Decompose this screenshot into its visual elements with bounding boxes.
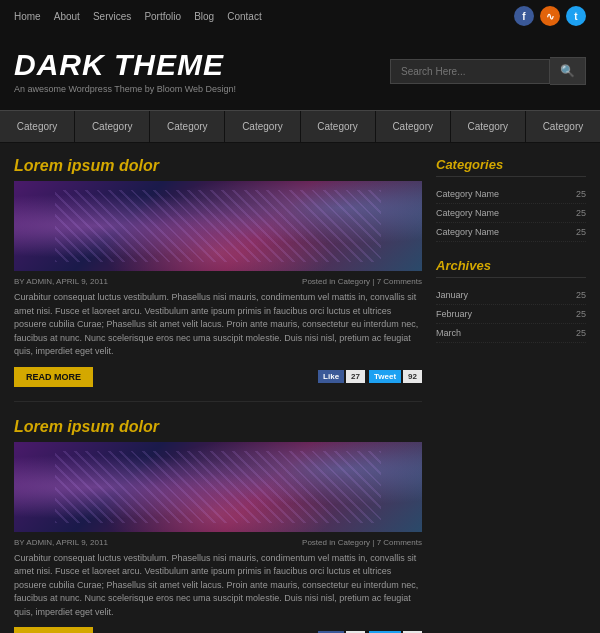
post-2-meta-right: Posted in Category | 7 Comments bbox=[302, 538, 422, 547]
sidebar: Categories Category Name 25 Category Nam… bbox=[436, 157, 586, 633]
archive-item-2: February 25 bbox=[436, 305, 586, 324]
cat-item-8[interactable]: Category bbox=[526, 111, 600, 142]
site-header: DARK THEME An awesome Wordpress Theme by… bbox=[0, 32, 600, 110]
cat-item-4[interactable]: Category bbox=[225, 111, 300, 142]
post-1-tweet-count: 92 bbox=[403, 370, 422, 383]
post-2-image bbox=[14, 442, 422, 532]
post-1-footer: READ MORE Like 27 Tweet 92 bbox=[14, 367, 422, 387]
category-item-3: Category Name 25 bbox=[436, 223, 586, 242]
post-2: Lorem ipsum dolor BY ADMIN, APRIL 9, 201… bbox=[14, 418, 422, 634]
post-1-social: Like 27 Tweet 92 bbox=[318, 370, 422, 383]
nav-about[interactable]: About bbox=[54, 11, 80, 22]
category-count-2: 25 bbox=[576, 208, 586, 218]
logo-area: DARK THEME An awesome Wordpress Theme by… bbox=[14, 48, 236, 94]
cat-item-7[interactable]: Category bbox=[451, 111, 526, 142]
post-2-excerpt: Curabitur consequat luctus vestibulum. P… bbox=[14, 552, 422, 620]
post-1-excerpt: Curabitur consequat luctus vestibulum. P… bbox=[14, 291, 422, 359]
site-title: DARK THEME bbox=[14, 48, 236, 82]
rss-icon[interactable]: ∿ bbox=[540, 6, 560, 26]
post-1-like-count: 27 bbox=[346, 370, 365, 383]
archives-title: Archives bbox=[436, 258, 586, 278]
post-1-title: Lorem ipsum dolor bbox=[14, 157, 422, 175]
nav-links: Home About Services Portfolio Blog Conta… bbox=[14, 10, 272, 22]
post-1-meta: BY ADMIN, APRIL 9, 2011 Posted in Catego… bbox=[14, 277, 422, 286]
post-2-read-more[interactable]: READ MORE bbox=[14, 627, 93, 633]
category-item-2: Category Name 25 bbox=[436, 204, 586, 223]
archive-count-1: 25 bbox=[576, 290, 586, 300]
tweet-label: Tweet bbox=[369, 370, 401, 383]
post-1-meta-right: Posted in Category | 7 Comments bbox=[302, 277, 422, 286]
main-content: Lorem ipsum dolor BY ADMIN, APRIL 9, 201… bbox=[0, 143, 600, 633]
archive-count-2: 25 bbox=[576, 309, 586, 319]
post-2-meta-left: BY ADMIN, APRIL 9, 2011 bbox=[14, 538, 108, 547]
category-navigation: Category Category Category Category Cate… bbox=[0, 110, 600, 143]
like-label: Like bbox=[318, 370, 344, 383]
cat-item-1[interactable]: Category bbox=[0, 111, 75, 142]
archive-item-3: March 25 bbox=[436, 324, 586, 343]
nav-home[interactable]: Home bbox=[14, 11, 41, 22]
nav-services[interactable]: Services bbox=[93, 11, 131, 22]
category-count-3: 25 bbox=[576, 227, 586, 237]
search-input[interactable] bbox=[390, 59, 550, 84]
top-navigation: Home About Services Portfolio Blog Conta… bbox=[0, 0, 600, 32]
post-2-title: Lorem ipsum dolor bbox=[14, 418, 422, 436]
cat-item-6[interactable]: Category bbox=[376, 111, 451, 142]
post-1-meta-left: BY ADMIN, APRIL 9, 2011 bbox=[14, 277, 108, 286]
search-area: 🔍 bbox=[390, 57, 586, 85]
archive-name-2: February bbox=[436, 309, 472, 319]
category-item-1: Category Name 25 bbox=[436, 185, 586, 204]
category-name-3: Category Name bbox=[436, 227, 499, 237]
posts-list: Lorem ipsum dolor BY ADMIN, APRIL 9, 201… bbox=[14, 157, 422, 633]
nav-contact[interactable]: Contact bbox=[227, 11, 261, 22]
post-1-like[interactable]: Like 27 bbox=[318, 370, 365, 383]
archive-item-1: January 25 bbox=[436, 286, 586, 305]
post-1-image bbox=[14, 181, 422, 271]
archive-name-1: January bbox=[436, 290, 468, 300]
nav-portfolio[interactable]: Portfolio bbox=[144, 11, 181, 22]
categories-title: Categories bbox=[436, 157, 586, 177]
category-name-2: Category Name bbox=[436, 208, 499, 218]
category-count-1: 25 bbox=[576, 189, 586, 199]
post-1-tweet[interactable]: Tweet 92 bbox=[369, 370, 422, 383]
post-1-read-more[interactable]: READ MORE bbox=[14, 367, 93, 387]
category-name-1: Category Name bbox=[436, 189, 499, 199]
cat-item-3[interactable]: Category bbox=[150, 111, 225, 142]
twitter-icon[interactable]: t bbox=[566, 6, 586, 26]
archive-name-3: March bbox=[436, 328, 461, 338]
post-2-meta: BY ADMIN, APRIL 9, 2011 Posted in Catego… bbox=[14, 538, 422, 547]
nav-blog[interactable]: Blog bbox=[194, 11, 214, 22]
post-1: Lorem ipsum dolor BY ADMIN, APRIL 9, 201… bbox=[14, 157, 422, 402]
cat-item-5[interactable]: Category bbox=[301, 111, 376, 142]
facebook-icon[interactable]: f bbox=[514, 6, 534, 26]
cat-item-2[interactable]: Category bbox=[75, 111, 150, 142]
top-social-icons: f ∿ t bbox=[514, 6, 586, 26]
search-button[interactable]: 🔍 bbox=[550, 57, 586, 85]
categories-section: Categories Category Name 25 Category Nam… bbox=[436, 157, 586, 242]
site-subtitle: An awesome Wordpress Theme by Bloom Web … bbox=[14, 84, 236, 94]
archives-section: Archives January 25 February 25 March 25 bbox=[436, 258, 586, 343]
post-2-footer: READ MORE Like 27 Tweet 92 bbox=[14, 627, 422, 633]
archive-count-3: 25 bbox=[576, 328, 586, 338]
